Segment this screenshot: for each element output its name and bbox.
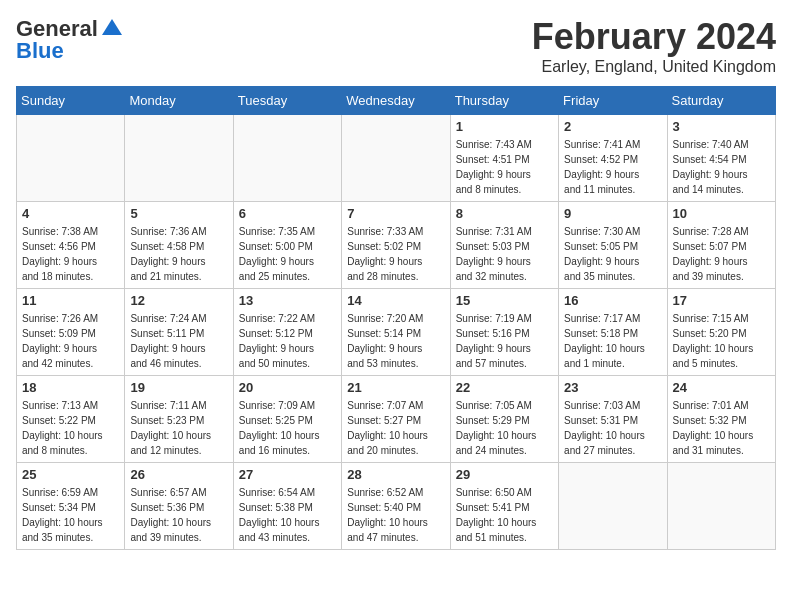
title-block: February 2024 Earley, England, United Ki… [532,16,776,76]
day-info: Sunrise: 7:35 AMSunset: 5:00 PMDaylight:… [239,224,336,284]
logo-blue: Blue [16,38,64,64]
col-tuesday: Tuesday [233,87,341,115]
location: Earley, England, United Kingdom [532,58,776,76]
table-row [233,115,341,202]
day-number: 20 [239,380,336,395]
table-row: 23Sunrise: 7:03 AMSunset: 5:31 PMDayligh… [559,376,667,463]
table-row: 9Sunrise: 7:30 AMSunset: 5:05 PMDaylight… [559,202,667,289]
day-number: 2 [564,119,661,134]
col-monday: Monday [125,87,233,115]
table-row: 12Sunrise: 7:24 AMSunset: 5:11 PMDayligh… [125,289,233,376]
calendar: Sunday Monday Tuesday Wednesday Thursday… [16,86,776,550]
table-row: 16Sunrise: 7:17 AMSunset: 5:18 PMDayligh… [559,289,667,376]
day-info: Sunrise: 7:19 AMSunset: 5:16 PMDaylight:… [456,311,553,371]
day-info: Sunrise: 7:36 AMSunset: 4:58 PMDaylight:… [130,224,227,284]
day-number: 1 [456,119,553,134]
day-number: 10 [673,206,770,221]
day-info: Sunrise: 7:26 AMSunset: 5:09 PMDaylight:… [22,311,119,371]
col-saturday: Saturday [667,87,775,115]
day-number: 15 [456,293,553,308]
day-info: Sunrise: 7:11 AMSunset: 5:23 PMDaylight:… [130,398,227,458]
day-info: Sunrise: 7:07 AMSunset: 5:27 PMDaylight:… [347,398,444,458]
table-row: 18Sunrise: 7:13 AMSunset: 5:22 PMDayligh… [17,376,125,463]
day-number: 13 [239,293,336,308]
table-row: 24Sunrise: 7:01 AMSunset: 5:32 PMDayligh… [667,376,775,463]
table-row [342,115,450,202]
day-info: Sunrise: 7:20 AMSunset: 5:14 PMDaylight:… [347,311,444,371]
day-number: 24 [673,380,770,395]
day-number: 3 [673,119,770,134]
day-info: Sunrise: 6:54 AMSunset: 5:38 PMDaylight:… [239,485,336,545]
table-row: 20Sunrise: 7:09 AMSunset: 5:25 PMDayligh… [233,376,341,463]
day-number: 11 [22,293,119,308]
table-row: 11Sunrise: 7:26 AMSunset: 5:09 PMDayligh… [17,289,125,376]
day-info: Sunrise: 7:05 AMSunset: 5:29 PMDaylight:… [456,398,553,458]
day-info: Sunrise: 7:09 AMSunset: 5:25 PMDaylight:… [239,398,336,458]
col-sunday: Sunday [17,87,125,115]
day-info: Sunrise: 6:59 AMSunset: 5:34 PMDaylight:… [22,485,119,545]
logo: General Blue [16,16,124,64]
day-number: 14 [347,293,444,308]
table-row [17,115,125,202]
day-number: 19 [130,380,227,395]
table-row: 7Sunrise: 7:33 AMSunset: 5:02 PMDaylight… [342,202,450,289]
day-number: 8 [456,206,553,221]
table-row: 10Sunrise: 7:28 AMSunset: 5:07 PMDayligh… [667,202,775,289]
day-number: 28 [347,467,444,482]
day-info: Sunrise: 7:31 AMSunset: 5:03 PMDaylight:… [456,224,553,284]
table-row: 25Sunrise: 6:59 AMSunset: 5:34 PMDayligh… [17,463,125,550]
table-row: 2Sunrise: 7:41 AMSunset: 4:52 PMDaylight… [559,115,667,202]
day-info: Sunrise: 7:40 AMSunset: 4:54 PMDaylight:… [673,137,770,197]
page-header: General Blue February 2024 Earley, Engla… [16,16,776,76]
table-row: 1Sunrise: 7:43 AMSunset: 4:51 PMDaylight… [450,115,558,202]
table-row: 5Sunrise: 7:36 AMSunset: 4:58 PMDaylight… [125,202,233,289]
day-info: Sunrise: 7:01 AMSunset: 5:32 PMDaylight:… [673,398,770,458]
day-number: 9 [564,206,661,221]
day-info: Sunrise: 7:33 AMSunset: 5:02 PMDaylight:… [347,224,444,284]
day-number: 29 [456,467,553,482]
day-info: Sunrise: 7:43 AMSunset: 4:51 PMDaylight:… [456,137,553,197]
table-row: 3Sunrise: 7:40 AMSunset: 4:54 PMDaylight… [667,115,775,202]
table-row: 13Sunrise: 7:22 AMSunset: 5:12 PMDayligh… [233,289,341,376]
table-row: 26Sunrise: 6:57 AMSunset: 5:36 PMDayligh… [125,463,233,550]
table-row: 15Sunrise: 7:19 AMSunset: 5:16 PMDayligh… [450,289,558,376]
table-row [667,463,775,550]
day-info: Sunrise: 7:03 AMSunset: 5:31 PMDaylight:… [564,398,661,458]
day-info: Sunrise: 6:52 AMSunset: 5:40 PMDaylight:… [347,485,444,545]
day-info: Sunrise: 6:50 AMSunset: 5:41 PMDaylight:… [456,485,553,545]
day-number: 27 [239,467,336,482]
table-row: 6Sunrise: 7:35 AMSunset: 5:00 PMDaylight… [233,202,341,289]
day-number: 22 [456,380,553,395]
day-info: Sunrise: 7:30 AMSunset: 5:05 PMDaylight:… [564,224,661,284]
day-number: 18 [22,380,119,395]
day-number: 21 [347,380,444,395]
day-number: 4 [22,206,119,221]
table-row: 28Sunrise: 6:52 AMSunset: 5:40 PMDayligh… [342,463,450,550]
day-info: Sunrise: 7:17 AMSunset: 5:18 PMDaylight:… [564,311,661,371]
svg-marker-0 [102,19,122,35]
table-row: 8Sunrise: 7:31 AMSunset: 5:03 PMDaylight… [450,202,558,289]
day-number: 5 [130,206,227,221]
day-number: 6 [239,206,336,221]
col-friday: Friday [559,87,667,115]
day-info: Sunrise: 7:41 AMSunset: 4:52 PMDaylight:… [564,137,661,197]
day-info: Sunrise: 7:24 AMSunset: 5:11 PMDaylight:… [130,311,227,371]
table-row: 17Sunrise: 7:15 AMSunset: 5:20 PMDayligh… [667,289,775,376]
day-number: 12 [130,293,227,308]
table-row: 29Sunrise: 6:50 AMSunset: 5:41 PMDayligh… [450,463,558,550]
day-info: Sunrise: 6:57 AMSunset: 5:36 PMDaylight:… [130,485,227,545]
table-row: 4Sunrise: 7:38 AMSunset: 4:56 PMDaylight… [17,202,125,289]
table-row: 22Sunrise: 7:05 AMSunset: 5:29 PMDayligh… [450,376,558,463]
day-info: Sunrise: 7:15 AMSunset: 5:20 PMDaylight:… [673,311,770,371]
table-row: 21Sunrise: 7:07 AMSunset: 5:27 PMDayligh… [342,376,450,463]
day-info: Sunrise: 7:22 AMSunset: 5:12 PMDaylight:… [239,311,336,371]
day-info: Sunrise: 7:28 AMSunset: 5:07 PMDaylight:… [673,224,770,284]
month-title: February 2024 [532,16,776,58]
col-thursday: Thursday [450,87,558,115]
day-number: 25 [22,467,119,482]
day-number: 7 [347,206,444,221]
col-wednesday: Wednesday [342,87,450,115]
table-row: 19Sunrise: 7:11 AMSunset: 5:23 PMDayligh… [125,376,233,463]
logo-icon [100,17,124,41]
day-number: 26 [130,467,227,482]
